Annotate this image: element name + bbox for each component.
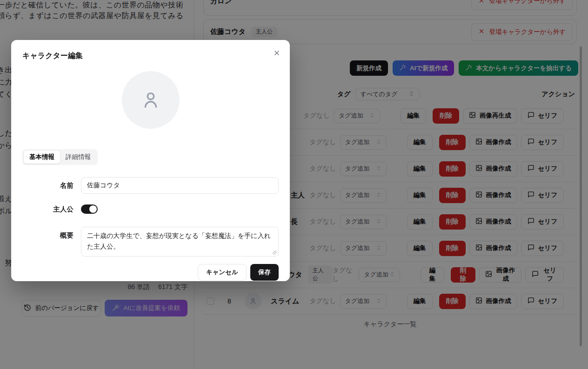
close-icon <box>273 49 281 57</box>
character-edit-modal: キャラクター編集 基本情報 詳細情報 名前 主人公 概要 キャンセル 保存 <box>11 40 290 281</box>
resize-handle-icon[interactable] <box>273 250 277 255</box>
name-field-label: 名前 <box>22 177 81 194</box>
character-avatar <box>122 71 180 129</box>
save-button[interactable]: 保存 <box>250 264 279 281</box>
modal-tabs: 基本情報 詳細情報 <box>22 149 98 165</box>
person-icon <box>140 89 161 111</box>
summary-textarea[interactable] <box>81 227 279 257</box>
protagonist-field-label: 主人公 <box>22 201 81 217</box>
name-input[interactable] <box>81 177 279 194</box>
toggle-knob <box>89 205 97 213</box>
character-form: 名前 主人公 概要 <box>22 177 279 257</box>
modal-title: キャラクター編集 <box>22 51 279 61</box>
protagonist-toggle[interactable] <box>81 204 98 214</box>
tab-detail-info[interactable]: 詳細情報 <box>60 151 96 164</box>
tab-basic-info[interactable]: 基本情報 <box>24 151 60 164</box>
cancel-button[interactable]: キャンセル <box>198 264 247 281</box>
modal-close-button[interactable] <box>271 47 282 60</box>
summary-field-label: 概要 <box>22 227 81 257</box>
